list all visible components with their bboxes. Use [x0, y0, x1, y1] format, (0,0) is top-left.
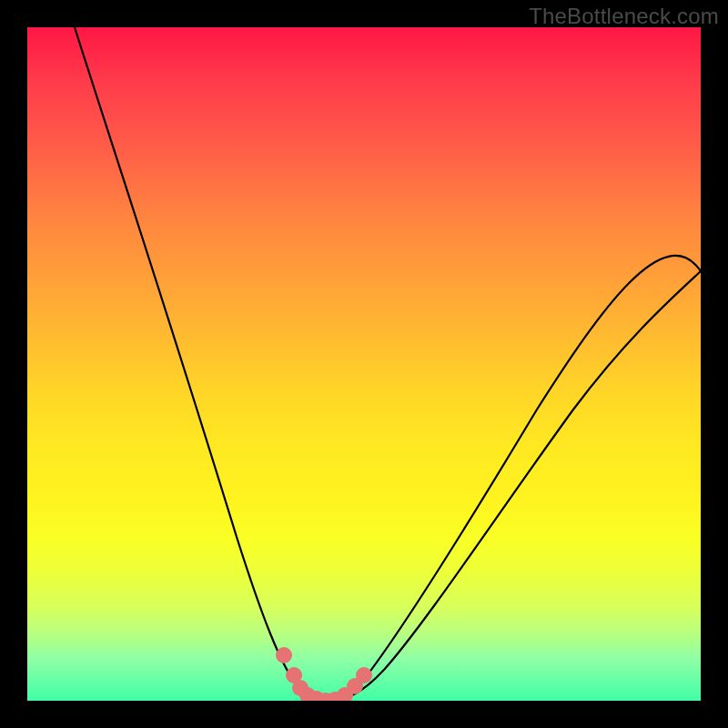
curve-layer — [27, 27, 701, 701]
svg-point-0 — [276, 647, 292, 663]
bottleneck-curve-right — [328, 271, 701, 701]
svg-point-9 — [356, 667, 372, 683]
bottleneck-curve — [75, 27, 701, 701]
optimal-markers — [276, 647, 372, 701]
plot-area — [27, 27, 701, 701]
chart-frame: TheBottleneck.com — [0, 0, 728, 728]
watermark-text: TheBottleneck.com — [529, 4, 719, 29]
